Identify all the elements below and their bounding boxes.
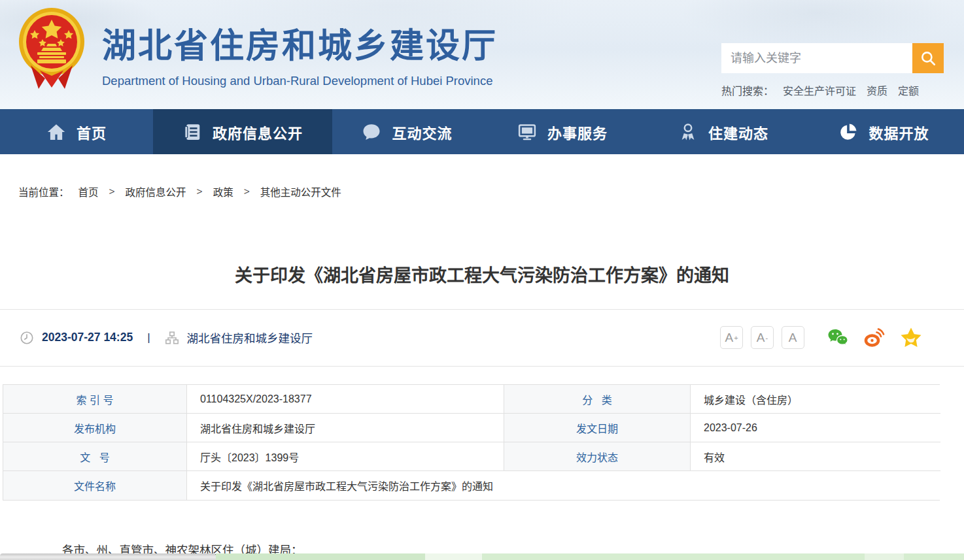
nav-item-gov-info[interactable]: 政府信息公开: [153, 109, 332, 154]
site-subtitle: Department of Housing and Urban-Rural De…: [102, 74, 498, 88]
site-header: 湖北省住房和城乡建设厅 Department of Housing and Ur…: [0, 0, 964, 109]
font-btn-sup: -: [766, 334, 768, 342]
home-icon: [46, 122, 66, 142]
nav-label: 住建动态: [708, 122, 768, 142]
divider: [0, 366, 964, 367]
font-btn-label: A: [789, 331, 797, 345]
hot-search-link[interactable]: 资质: [867, 82, 887, 98]
hot-search-row: 热门搜索： 安全生产许可证 资质 定额: [721, 82, 944, 98]
wechat-icon[interactable]: [827, 327, 849, 349]
nav-label: 政府信息公开: [213, 122, 303, 142]
document-icon: [182, 122, 202, 142]
search-button[interactable]: [912, 43, 944, 73]
nav-item-services[interactable]: 办事服务: [482, 109, 643, 154]
nav-item-home[interactable]: 首页: [0, 109, 153, 154]
meta-label-doc-name: 文件名称: [3, 471, 187, 500]
meta-label-issue-date: 发文日期: [504, 414, 691, 442]
pie-chart-icon: [838, 122, 858, 142]
nav-label: 首页: [77, 122, 107, 142]
breadcrumb-item-other-docs[interactable]: 其他主动公开文件: [260, 184, 341, 199]
meta-label-doc-number: 文 号: [3, 442, 187, 471]
meta-value-publisher: 湖北省住房和城乡建设厅: [187, 414, 504, 442]
site-titles: 湖北省住房和城乡建设厅 Department of Housing and Ur…: [102, 18, 498, 88]
qzone-icon[interactable]: [900, 327, 922, 349]
meta-value-doc-number: 厅头〔2023〕1399号: [187, 442, 504, 471]
breadcrumb-label: 当前位置：: [18, 184, 69, 199]
strip-segment: [216, 553, 425, 560]
clock-icon: [20, 331, 34, 345]
nav-label: 互动交流: [392, 122, 452, 142]
hot-search-label: 热门搜索：: [721, 82, 774, 98]
chat-bubble-icon: [362, 122, 381, 142]
article-source: 湖北省住房和城乡建设厅: [187, 329, 313, 346]
meta-value-issue-date: 2023-07-26: [691, 414, 940, 442]
breadcrumb: 当前位置： 首页 > 政府信息公开 > 政策 > 其他主动公开文件: [0, 154, 964, 199]
meta-separator: |: [147, 331, 150, 344]
sitemap-icon: [165, 331, 179, 345]
meta-value-category: 城乡建设（含住房）: [691, 385, 940, 414]
nav-item-open-data[interactable]: 数据开放: [804, 109, 964, 154]
doc-meta-table: 索 引 号 01104325X/2023-18377 分 类 城乡建设（含住房）…: [3, 384, 940, 501]
font-btn-label: A: [757, 331, 765, 345]
strip-scrollbar: [0, 553, 216, 560]
monitor-icon: [517, 122, 537, 142]
meta-value-index-number: 01104325X/2023-18377: [187, 385, 504, 414]
meta-value-validity: 有效: [691, 442, 940, 471]
strip-segment: [425, 553, 482, 560]
breadcrumb-separator: >: [244, 186, 250, 197]
meta-label-category: 分 类: [504, 385, 691, 414]
breadcrumb-separator: >: [109, 186, 115, 197]
meta-label-publisher: 发布机构: [3, 414, 187, 442]
nav-item-news[interactable]: 住建动态: [643, 109, 804, 154]
search-area: 热门搜索： 安全生产许可证 资质 定额: [721, 43, 944, 98]
font-increase-button[interactable]: A+: [720, 326, 743, 349]
hot-search-link[interactable]: 安全生产许可证: [783, 82, 856, 98]
nav-label: 数据开放: [869, 122, 929, 142]
article-meta-right: A+ A- A: [720, 309, 922, 366]
search-input[interactable]: [721, 43, 912, 73]
breadcrumb-item-gov-info[interactable]: 政府信息公开: [126, 184, 186, 199]
page: 湖北省住房和城乡建设厅 Department of Housing and Ur…: [0, 0, 964, 560]
site-title: 湖北省住房和城乡建设厅: [102, 18, 498, 67]
breadcrumb-item-home[interactable]: 首页: [78, 184, 99, 199]
search-icon: [920, 50, 937, 67]
page-title: 关于印发《湖北省房屋市政工程大气污染防治工作方案》的通知: [0, 261, 964, 287]
breadcrumb-item-policy[interactable]: 政策: [213, 184, 233, 199]
font-reset-button[interactable]: A: [782, 326, 804, 349]
font-decrease-button[interactable]: A-: [751, 326, 774, 349]
font-btn-sup: +: [734, 334, 738, 342]
weibo-icon[interactable]: [863, 327, 886, 349]
bottom-strip: [0, 553, 964, 560]
strip-segment: [904, 553, 964, 560]
article-meta-bar: 2023-07-27 14:25 | 湖北省住房和城乡建设厅 A+ A- A: [0, 309, 964, 366]
main-nav: 首页 政府信息公开 互动交流 办事服务: [0, 109, 964, 154]
hot-search-link[interactable]: 定额: [898, 82, 919, 98]
meta-value-doc-name: 关于印发《湖北省房屋市政工程大气污染防治工作方案》的通知: [187, 471, 940, 500]
national-emblem-logo: [18, 5, 86, 89]
meta-label-validity: 效力状态: [504, 442, 691, 471]
article-meta-left: 2023-07-27 14:25 | 湖北省住房和城乡建设厅: [20, 309, 313, 366]
strip-segment: [482, 553, 865, 560]
person-badge-icon: [678, 122, 698, 142]
nav-label: 办事服务: [547, 122, 608, 142]
font-btn-label: A: [725, 331, 733, 345]
publish-time: 2023-07-27 14:25: [42, 331, 133, 344]
meta-label-index-number: 索 引 号: [3, 385, 187, 414]
strip-segment: [865, 553, 904, 560]
breadcrumb-separator: >: [197, 186, 203, 197]
nav-item-interaction[interactable]: 互动交流: [332, 109, 482, 154]
